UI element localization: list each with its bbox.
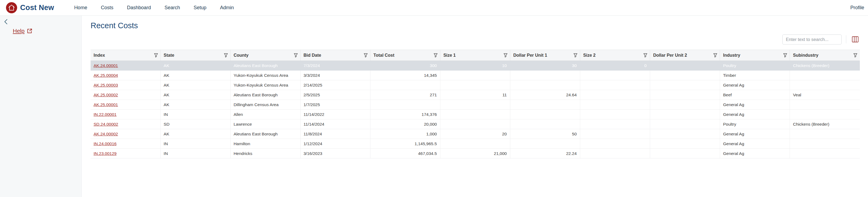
cell-size2[interactable] xyxy=(580,90,650,100)
column-header-industry[interactable]: Industry xyxy=(720,50,790,61)
sidebar-collapse-button[interactable] xyxy=(2,18,10,26)
cell-total_cost[interactable]: 1,145,965.5 xyxy=(370,139,440,149)
cell-state[interactable]: IN xyxy=(160,139,230,149)
column-header-bid_date[interactable]: Bid Date xyxy=(300,50,370,61)
cell-bid_date[interactable]: 1/7/2025 xyxy=(300,100,370,110)
cell-county[interactable]: Hamilton xyxy=(230,139,300,149)
cell-county[interactable]: Allen xyxy=(230,110,300,119)
cell-size2[interactable] xyxy=(580,71,650,80)
cell-state[interactable]: AK xyxy=(160,100,230,110)
cell-state[interactable]: AK xyxy=(160,71,230,80)
filter-icon[interactable] xyxy=(503,53,507,57)
table-row[interactable]: AK.25.00004AKYukon-Koyukuk Census Area3/… xyxy=(91,71,860,80)
cell-bid_date[interactable]: 11/14/2022 xyxy=(300,110,370,119)
cell-size2[interactable] xyxy=(580,80,650,90)
cell-bid_date[interactable]: 3/3/2024 xyxy=(300,71,370,80)
cell-dpu1[interactable]: 24.64 xyxy=(510,90,580,100)
filter-icon[interactable] xyxy=(713,53,717,57)
index-link[interactable]: IN.23.00129 xyxy=(94,151,117,156)
cell-industry[interactable]: General Ag xyxy=(720,149,790,158)
cell-subindustry[interactable]: Chickens (Breeder) xyxy=(790,119,860,129)
filter-icon[interactable] xyxy=(364,53,368,57)
cell-dpu1[interactable]: 50 xyxy=(510,129,580,139)
cell-state[interactable]: AK xyxy=(160,61,230,71)
cell-size1[interactable] xyxy=(440,80,510,90)
cell-industry[interactable]: General Ag xyxy=(720,100,790,110)
cell-bid_date[interactable]: 1/12/2024 xyxy=(300,139,370,149)
table-row[interactable]: SD.24.00002SDLawrence11/14/202420,000Pou… xyxy=(91,119,860,129)
cell-dpu2[interactable] xyxy=(650,90,720,100)
index-link[interactable]: IN.24.00016 xyxy=(94,142,117,146)
cell-bid_date[interactable]: 11/8/2024 xyxy=(300,129,370,139)
table-row[interactable]: AK.24.00001AKAleutians East Borough7/3/2… xyxy=(91,61,860,71)
cell-dpu1[interactable] xyxy=(510,100,580,110)
cell-industry[interactable]: General Ag xyxy=(720,129,790,139)
nav-item-dashboard[interactable]: Dashboard xyxy=(127,5,151,10)
cell-size1[interactable] xyxy=(440,119,510,129)
index-link[interactable]: SD.24.00002 xyxy=(94,122,118,126)
cell-bid_date[interactable]: 2/14/2025 xyxy=(300,80,370,90)
cell-state[interactable]: SD xyxy=(160,119,230,129)
cell-dpu2[interactable] xyxy=(650,119,720,129)
cell-total_cost[interactable] xyxy=(370,100,440,110)
index-link[interactable]: AK.25.00003 xyxy=(94,83,118,87)
cell-subindustry[interactable] xyxy=(790,149,860,158)
column-header-county[interactable]: County xyxy=(230,50,300,61)
column-header-dpu2[interactable]: Dollar Per Unit 2 xyxy=(650,50,720,61)
column-header-subindustry[interactable]: Subindustry xyxy=(790,50,860,61)
cell-bid_date[interactable]: 11/14/2024 xyxy=(300,119,370,129)
cell-total_cost[interactable]: 20,000 xyxy=(370,119,440,129)
cell-dpu2[interactable] xyxy=(650,139,720,149)
cell-size2[interactable]: 0 xyxy=(580,61,650,71)
cell-size1[interactable]: 10 xyxy=(440,61,510,71)
filter-icon[interactable] xyxy=(574,53,578,57)
cell-industry[interactable]: Beef xyxy=(720,90,790,100)
cell-dpu2[interactable] xyxy=(650,61,720,71)
table-row[interactable]: IN.22.00001INAllen11/14/2022174,376Gener… xyxy=(91,110,860,119)
table-row[interactable]: AK.25.00003AKYukon-Koyukuk Census Area2/… xyxy=(91,80,860,90)
search-input[interactable] xyxy=(782,35,842,44)
index-link[interactable]: IN.22.00001 xyxy=(94,112,117,117)
filter-icon[interactable] xyxy=(853,53,858,57)
profile-link[interactable]: Profile xyxy=(850,5,864,10)
cell-size1[interactable] xyxy=(440,71,510,80)
cell-subindustry[interactable] xyxy=(790,110,860,119)
cell-dpu2[interactable] xyxy=(650,100,720,110)
cell-dpu1[interactable]: 30 xyxy=(510,61,580,71)
cell-size1[interactable] xyxy=(440,139,510,149)
nav-item-setup[interactable]: Setup xyxy=(194,5,207,10)
cell-dpu1[interactable] xyxy=(510,80,580,90)
table-row[interactable]: IN.23.00129INHendricks3/16/2023467,034.5… xyxy=(91,149,860,158)
cell-size1[interactable]: 11 xyxy=(440,90,510,100)
cell-size2[interactable] xyxy=(580,139,650,149)
cell-county[interactable]: Hendricks xyxy=(230,149,300,158)
cell-county[interactable]: Yukon-Koyukuk Census Area xyxy=(230,80,300,90)
cell-state[interactable]: AK xyxy=(160,129,230,139)
cell-dpu2[interactable] xyxy=(650,129,720,139)
nav-item-costs[interactable]: Costs xyxy=(101,5,114,10)
cell-total_cost[interactable]: 467,034.5 xyxy=(370,149,440,158)
cell-dpu2[interactable] xyxy=(650,110,720,119)
cell-size1[interactable]: 20 xyxy=(440,129,510,139)
help-link[interactable]: Help xyxy=(13,28,33,34)
cell-dpu1[interactable] xyxy=(510,110,580,119)
cell-total_cost[interactable]: 1,000 xyxy=(370,129,440,139)
cell-size1[interactable] xyxy=(440,110,510,119)
cell-size2[interactable] xyxy=(580,110,650,119)
table-row[interactable]: AK.24.00002AKAleutians East Borough11/8/… xyxy=(91,129,860,139)
cell-size2[interactable] xyxy=(580,100,650,110)
index-link[interactable]: AK.25.00001 xyxy=(94,102,118,107)
index-link[interactable]: AK.25.00002 xyxy=(94,92,118,97)
cell-dpu2[interactable] xyxy=(650,80,720,90)
cell-county[interactable]: Dillingham Census Area xyxy=(230,100,300,110)
cell-dpu1[interactable] xyxy=(510,119,580,129)
cell-industry[interactable]: General Ag xyxy=(720,110,790,119)
cell-subindustry[interactable] xyxy=(790,139,860,149)
column-header-state[interactable]: State xyxy=(160,50,230,61)
cell-industry[interactable]: Poultry xyxy=(720,61,790,71)
cell-total_cost[interactable] xyxy=(370,80,440,90)
column-header-dpu1[interactable]: Dollar Per Unit 1 xyxy=(510,50,580,61)
cell-county[interactable]: Lawrence xyxy=(230,119,300,129)
table-row[interactable]: IN.24.00016INHamilton1/12/20241,145,965.… xyxy=(91,139,860,149)
cell-subindustry[interactable] xyxy=(790,71,860,80)
